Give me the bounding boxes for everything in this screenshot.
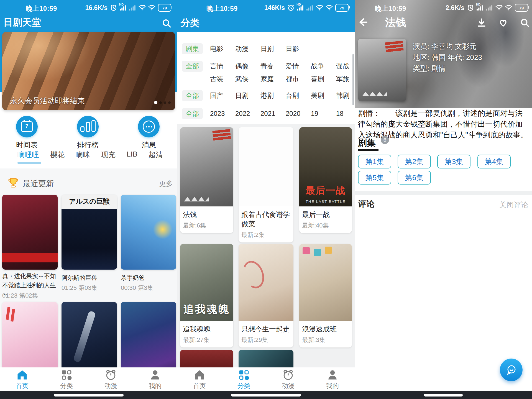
- episode-button-6[interactable]: 第6集: [398, 171, 431, 185]
- poster-mecha[interactable]: [121, 302, 176, 377]
- filter-option[interactable]: 谍战: [336, 61, 355, 72]
- tab-dililli[interactable]: 嘀哩哩: [17, 150, 39, 160]
- detail-poster[interactable]: [358, 39, 406, 101]
- poster-ultraman[interactable]: [62, 302, 117, 377]
- dot-active[interactable]: [154, 101, 157, 104]
- filter-option[interactable]: 港剧: [260, 90, 286, 101]
- nav-anime[interactable]: 动漫: [272, 369, 305, 390]
- heart-icon[interactable]: [498, 18, 508, 28]
- nav-category[interactable]: 分类: [50, 369, 83, 390]
- filter-option[interactable]: 19: [311, 108, 336, 119]
- filter-option[interactable]: 2022: [235, 108, 260, 119]
- video-card-recipe[interactable]: 跟着古代食谱学做菜 最新:2集: [239, 127, 293, 242]
- tab-dimi[interactable]: 嘀咪: [76, 150, 90, 160]
- filter-option[interactable]: 家庭: [260, 73, 286, 85]
- home-indicator[interactable]: [424, 394, 463, 397]
- video-card-romance[interactable]: 浪漫速成班 最新:3集: [299, 244, 352, 347]
- category-screen: 晚上10:59 146K/s HD 79 分类 剧集 电影 动漫 日剧 日影 全…: [177, 0, 355, 399]
- video-card-together[interactable]: 只想今生一起走 最新:29集: [239, 244, 293, 347]
- feature-ranking[interactable]: 排行榜: [66, 116, 110, 150]
- episode-button-2[interactable]: 第2集: [398, 155, 431, 168]
- video-title: 跟着古代食谱学做菜: [241, 210, 291, 229]
- dot[interactable]: [168, 101, 171, 104]
- filter-selected-button[interactable]: 剧集: [182, 43, 203, 54]
- nav-label: 分类: [50, 382, 83, 390]
- filter-option[interactable]: 偶像: [235, 61, 260, 72]
- nav-mine[interactable]: 我的: [316, 369, 349, 390]
- home-icon: [16, 369, 28, 381]
- nav-home[interactable]: 首页: [183, 369, 216, 390]
- filter-option[interactable]: 2021: [260, 108, 286, 119]
- nav-home[interactable]: 首页: [6, 369, 39, 390]
- episode-button-1[interactable]: 第1集: [358, 155, 391, 168]
- calendar-icon: 7: [16, 116, 38, 137]
- filter-option[interactable]: 都市: [286, 73, 311, 85]
- banner-page-dots[interactable]: [154, 101, 171, 104]
- filter-option[interactable]: 日剧: [235, 90, 260, 101]
- promo-banner[interactable]: 永久会员活动即将结束: [2, 32, 175, 110]
- active-tab-underline: [17, 162, 41, 164]
- filter-option[interactable]: 战争: [311, 61, 336, 72]
- video-meta: 最新:29集: [241, 336, 291, 344]
- dot[interactable]: [159, 101, 162, 104]
- card-title[interactable]: 杀手奶爸: [121, 273, 177, 282]
- filter-option[interactable]: 言情: [210, 61, 235, 72]
- filter-option[interactable]: 军旅: [336, 73, 355, 85]
- filter-option[interactable]: 喜剧: [311, 73, 336, 85]
- filter-option[interactable]: 古装: [210, 73, 235, 85]
- tab-xianchong[interactable]: 现充: [101, 150, 116, 160]
- nav-label: 我的: [316, 382, 349, 390]
- episode-button-4[interactable]: 第4集: [477, 155, 511, 168]
- poster-evolution-fruit[interactable]: [2, 195, 58, 270]
- filter-option[interactable]: 国产: [210, 90, 235, 101]
- video-meta: 最新:27集: [183, 336, 231, 344]
- dot[interactable]: [164, 101, 166, 104]
- filter-selected-button[interactable]: 全部: [182, 90, 203, 101]
- filter-option[interactable]: 韩剧: [336, 90, 355, 101]
- filter-option[interactable]: 2023: [210, 108, 235, 119]
- nav-category[interactable]: 分类: [227, 369, 260, 390]
- video-card-lastbattle[interactable]: 最后一战 THE LAST BATTLE 最后一战 最新:40集: [299, 127, 352, 233]
- chat-fab-button[interactable]: [500, 359, 523, 381]
- tab-yinghua[interactable]: 樱花: [50, 150, 65, 160]
- feature-messages[interactable]: 消息: [127, 116, 171, 150]
- download-icon[interactable]: [477, 18, 487, 28]
- filter-option[interactable]: 电影: [210, 43, 235, 54]
- wifi-plus-icon: [316, 4, 323, 11]
- filter-option[interactable]: 爱情: [286, 61, 311, 72]
- home-indicator[interactable]: [54, 394, 124, 397]
- card-title[interactable]: 阿尔斯的巨兽: [62, 273, 117, 282]
- filter-option[interactable]: 台剧: [286, 90, 311, 101]
- more-link[interactable]: 更多: [159, 179, 173, 188]
- search-icon[interactable]: [520, 18, 530, 28]
- video-card-chase[interactable]: 追我魂魄 追我魂魄 最新:27集: [180, 244, 233, 347]
- tab-lib[interactable]: LIB: [127, 150, 137, 160]
- scrollbar[interactable]: [352, 54, 354, 105]
- nav-anime[interactable]: 动漫: [94, 369, 127, 390]
- filter-selected-button[interactable]: 全部: [182, 61, 203, 72]
- poster-ars-giant-beast[interactable]: アルスの巨獣: [62, 195, 117, 270]
- feature-label: 排行榜: [66, 140, 110, 150]
- filter-option[interactable]: 动漫: [235, 43, 260, 54]
- episode-button-5[interactable]: 第5集: [358, 171, 391, 185]
- filter-option[interactable]: 18: [336, 108, 355, 119]
- filter-option[interactable]: 美剧: [311, 90, 336, 101]
- filter-selected-button[interactable]: 全部: [182, 108, 203, 119]
- feature-timetable[interactable]: 7 时间表: [5, 116, 49, 150]
- back-icon[interactable]: [358, 17, 368, 27]
- filter-option[interactable]: 日影: [286, 43, 311, 54]
- video-card-faqian[interactable]: 法钱 最新:6集: [180, 127, 233, 233]
- poster-anime-pink[interactable]: [2, 302, 58, 377]
- close-comments-link[interactable]: 关闭评论: [499, 200, 528, 210]
- home-indicator[interactable]: [231, 394, 301, 397]
- filter-option[interactable]: 2020: [286, 108, 311, 119]
- filter-option[interactable]: 青春: [260, 61, 286, 72]
- filter-option[interactable]: 武侠: [235, 73, 260, 85]
- tab-chaoqing[interactable]: 超清: [149, 150, 163, 160]
- search-icon[interactable]: [162, 18, 172, 28]
- filter-option[interactable]: 日剧: [260, 43, 286, 54]
- nav-mine[interactable]: 我的: [139, 369, 172, 390]
- episode-button-3[interactable]: 第3集: [437, 155, 470, 168]
- filter-row-year: 全部 2023 2022 2021 2020 19 18: [177, 108, 355, 119]
- poster-killer-nanny[interactable]: [121, 195, 176, 270]
